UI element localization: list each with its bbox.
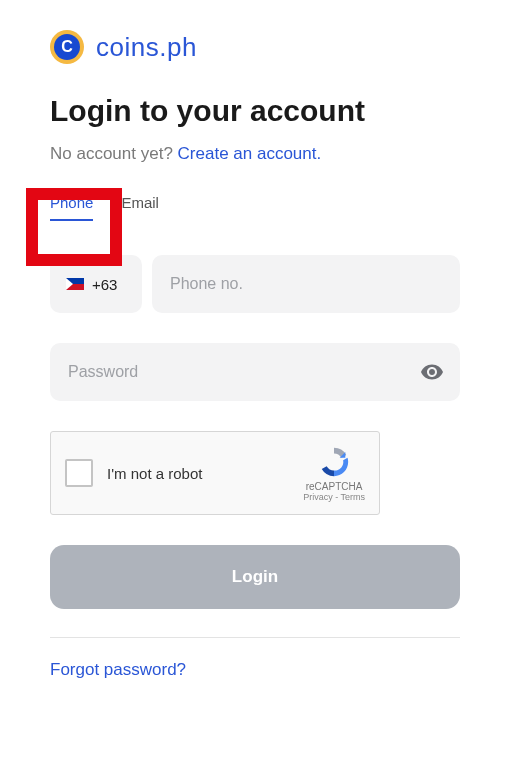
eye-icon[interactable]	[420, 360, 444, 384]
create-account-link[interactable]: Create an account.	[178, 144, 322, 163]
country-code-label: +63	[92, 276, 117, 293]
recaptcha-link-separator: -	[333, 492, 341, 502]
auth-tabs: Phone Email	[50, 194, 460, 221]
brand-logo-row: C coins.ph	[50, 30, 460, 64]
country-code-select[interactable]: +63	[50, 255, 142, 313]
recaptcha-logo-icon	[317, 445, 351, 479]
forgot-password-link[interactable]: Forgot password?	[50, 660, 186, 679]
page-title: Login to your account	[50, 94, 460, 128]
flag-ph-icon	[66, 278, 84, 290]
login-button[interactable]: Login	[50, 545, 460, 609]
brand-name: coins.ph	[96, 32, 197, 63]
brand-badge-inner: C	[54, 34, 80, 60]
brand-glyph: C	[61, 38, 73, 56]
divider	[50, 637, 460, 638]
recaptcha-left: I'm not a robot	[65, 459, 202, 487]
recaptcha-label: I'm not a robot	[107, 465, 202, 482]
recaptcha-widget: I'm not a robot reCAPTCHA Privacy - Term…	[50, 431, 380, 515]
no-account-line: No account yet? Create an account.	[50, 144, 460, 164]
no-account-prefix: No account yet?	[50, 144, 178, 163]
phone-number-input[interactable]	[152, 255, 460, 313]
phone-row: +63	[50, 255, 460, 313]
recaptcha-privacy-link[interactable]: Privacy	[303, 492, 333, 502]
password-input[interactable]	[68, 343, 420, 401]
tab-email[interactable]: Email	[121, 194, 159, 221]
recaptcha-brand: reCAPTCHA	[306, 481, 363, 492]
recaptcha-links: Privacy - Terms	[303, 492, 365, 502]
recaptcha-checkbox[interactable]	[65, 459, 93, 487]
brand-badge: C	[50, 30, 84, 64]
recaptcha-terms-link[interactable]: Terms	[341, 492, 366, 502]
tab-phone[interactable]: Phone	[50, 194, 93, 221]
recaptcha-right: reCAPTCHA Privacy - Terms	[303, 445, 365, 502]
password-field-wrap	[50, 343, 460, 401]
